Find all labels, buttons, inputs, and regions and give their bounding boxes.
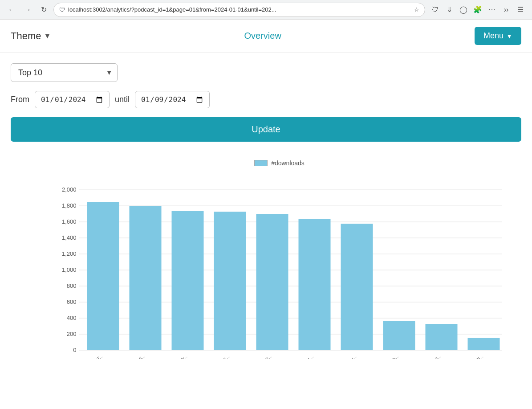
svg-text:2,000: 2,000 [62,186,77,193]
svg-text:ROAD HOUSE, FERRARI,...: ROAD HOUSE, FERRARI,... [268,354,315,359]
browser-chrome: ← → ↻ 🛡 localhost:3002/analytics/?podcas… [0,0,532,20]
top-selector[interactable]: Top 10 Top 20 Top 50 [11,63,118,82]
nav-bar: Theme ▼ Overview Menu ▼ [0,20,532,53]
security-icon: 🛡 [59,6,65,13]
bar-6 [299,219,331,350]
legend-color-swatch [254,160,268,166]
shield-toolbar-icon[interactable]: 🛡 [429,4,441,16]
overflow-icon[interactable]: ›› [500,4,512,16]
hamburger-icon[interactable]: ☰ [514,4,527,16]
menu-button[interactable]: Menu ▼ [475,27,521,45]
chart-legend: #downloads [37,160,521,167]
bar-3 [172,211,204,350]
until-date-input[interactable] [135,91,210,108]
app-container: Theme ▼ Overview Menu ▼ Top 10 Top 20 To… [0,20,532,398]
svg-text:1,400: 1,400 [62,234,77,241]
bar-9 [426,324,458,350]
svg-text:0: 0 [73,347,76,353]
extensions-icon[interactable]: 🧩 [471,4,484,16]
bar-8 [383,321,415,350]
top-selector-wrapper: Top 10 Top 20 Top 50 ▼ [11,63,118,82]
theme-chevron-icon: ▼ [44,32,51,40]
svg-text:POOR THINGS & THE BE...: POOR THINGS & THE BE... [227,354,273,359]
bar-1 [87,202,119,350]
svg-text:800: 800 [67,282,77,289]
chart-svg: 2,000 1,800 1,600 1,400 1,200 1,000 800 … [37,172,521,359]
update-button[interactable]: Update [11,117,521,142]
svg-text:Ohne Pause Sommersau...: Ohne Pause Sommersau... [313,354,357,359]
svg-text:1,200: 1,200 [62,250,77,257]
svg-text:600: 600 [67,299,77,305]
svg-text:DUNE 2, MASTERS OF T...: DUNE 2, MASTERS OF T... [58,354,103,359]
chart-container: #downloads [11,155,521,388]
svg-text:JUSTIFIED - CITY PRI...: JUSTIFIED - CITY PRI... [444,354,484,359]
theme-label: Theme [11,30,41,42]
svg-text:Blockbuster Bomben &...: Blockbuster Bomben &... [190,354,230,359]
bookmark-icon[interactable]: ☆ [414,6,419,13]
bar-10 [468,338,500,350]
profile-icon[interactable]: ◯ [457,4,470,16]
refresh-button[interactable]: ↻ [37,4,50,16]
from-label: From [11,95,29,104]
bar-4 [214,212,246,350]
url-text: localhost:3002/analytics/?podcast_id=1&p… [68,6,411,13]
legend-label: #downloads [271,160,305,167]
bar-5 [256,214,288,350]
overview-link[interactable]: Overview [244,31,281,41]
svg-text:200: 200 [67,331,77,337]
forward-button[interactable]: → [21,4,34,16]
back-button[interactable]: ← [5,4,18,16]
svg-text:1,000: 1,000 [62,266,77,273]
svg-text:400: 400 [67,315,77,321]
toolbar-icons: 🛡 ⇓ ◯ 🧩 ⋯ ›› ☰ [429,4,527,16]
bar-2 [130,206,162,350]
svg-text:THE MARVELS; KILLERS...: THE MARVELS; KILLERS... [396,354,442,359]
svg-text:1,600: 1,600 [62,218,77,225]
from-date-input[interactable] [35,91,110,108]
theme-button[interactable]: Theme ▼ [11,30,51,42]
menu-chevron-icon: ▼ [506,33,512,40]
date-filter: From until [11,91,521,108]
svg-text:1,800: 1,800 [62,202,77,209]
more-tools-icon[interactable]: ⋯ [486,4,498,16]
address-bar[interactable]: 🛡 localhost:3002/analytics/?podcast_id=1… [53,3,425,17]
svg-text:SHOGUN, CIVIL WAR, F...: SHOGUN, CIVIL WAR, F... [102,354,146,359]
until-label: until [115,95,130,104]
menu-label: Menu [483,31,504,41]
svg-text:Fuck yeah. Flimmerfr...: Fuck yeah. Flimmerfr... [150,354,188,359]
chart-inner: 2,000 1,800 1,600 1,400 1,200 1,000 800 … [37,172,521,361]
svg-text:3 Biopic meisterlich...: 3 Biopic meisterlich... [364,354,399,359]
download-icon[interactable]: ⇓ [443,4,455,16]
main-content: Top 10 Top 20 Top 50 ▼ From until Update… [0,53,532,398]
bar-7 [341,224,373,350]
